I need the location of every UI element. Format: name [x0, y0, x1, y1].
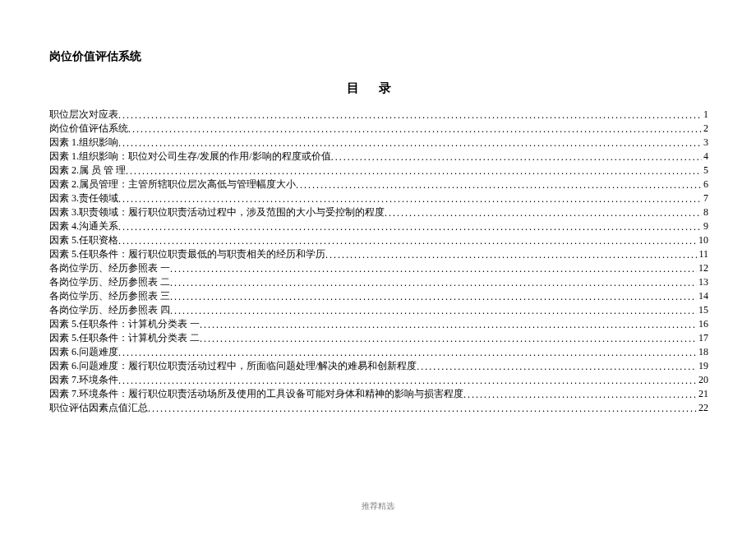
toc-entry-page: 14 [697, 289, 708, 303]
toc-row: 因素 5.任职条件：计算机分类表 一16 [49, 317, 708, 331]
toc-entry-page: 17 [697, 331, 708, 345]
toc-entry-label: 因素 2.属员管理：主管所辖职位层次高低与管理幅度大小 [49, 178, 296, 191]
toc-row: 因素 4.沟通关系9 [49, 219, 708, 233]
toc-entry-label: 因素 6.问题难度：履行职位职责活动过程中，所面临问题处理/解决的难易和创新程度 [49, 359, 417, 373]
toc-entry-page: 4 [702, 150, 708, 164]
toc-leader-dots [170, 290, 697, 304]
toc-entry-label: 因素 5.任职资格 [49, 233, 118, 247]
toc-row: 因素 2.属 员 管 理5 [49, 164, 708, 178]
toc-leader-dots [118, 108, 702, 122]
toc-entry-label: 各岗位学历、经历参照表 二 [49, 275, 170, 289]
toc-leader-dots [118, 374, 697, 388]
toc-leader-dots [118, 192, 702, 206]
toc-row: 因素 2.属员管理：主管所辖职位层次高低与管理幅度大小6 [49, 178, 708, 191]
toc-leader-dots [463, 388, 697, 402]
toc-entry-page: 1 [702, 108, 708, 122]
toc-leader-dots [118, 220, 702, 234]
toc-leader-dots [331, 150, 702, 164]
toc-leader-dots [200, 332, 697, 346]
toc-row: 因素 6.问题难度18 [49, 345, 708, 359]
toc-leader-dots [170, 262, 697, 276]
toc-entry-label: 因素 7.环境条件 [49, 373, 118, 387]
page-footer: 推荐精选 [0, 500, 756, 512]
toc-row: 因素 1.组织影响：职位对公司生存/发展的作用/影响的程度或价值4 [49, 150, 708, 164]
toc-entry-label: 职位层次对应表 [49, 108, 118, 122]
table-of-contents: 职位层次对应表1岗位价值评估系统2因素 1.组织影响3因素 1.组织影响：职位对… [49, 108, 708, 415]
toc-leader-dots [128, 122, 702, 136]
toc-entry-page: 15 [697, 303, 708, 317]
toc-entry-page: 12 [697, 261, 708, 275]
toc-entry-page: 8 [702, 205, 708, 219]
toc-heading: 目录 [49, 81, 708, 96]
toc-entry-page: 19 [697, 359, 708, 373]
toc-row: 因素 3.职责领域：履行职位职责活动过程中，涉及范围的大小与受控制的程度8 [49, 205, 708, 219]
toc-row: 因素 5.任职条件：履行职位职责最低的与职责相关的经历和学历11 [49, 247, 708, 261]
toc-entry-page: 18 [697, 345, 708, 359]
toc-entry-label: 职位评估因素点值汇总 [49, 401, 148, 415]
toc-entry-label: 因素 3.职责领域：履行职位职责活动过程中，涉及范围的大小与受控制的程度 [49, 205, 385, 219]
toc-entry-label: 因素 5.任职条件：计算机分类表 二 [49, 331, 200, 345]
toc-entry-label: 各岗位学历、经历参照表 三 [49, 289, 170, 303]
toc-entry-page: 13 [697, 275, 708, 289]
toc-entry-label: 因素 2.属 员 管 理 [49, 164, 126, 178]
toc-entry-label: 各岗位学历、经历参照表 四 [49, 303, 170, 317]
toc-entry-page: 9 [702, 219, 708, 233]
toc-entry-page: 7 [702, 191, 708, 205]
document-title: 岗位价值评估系统 [49, 49, 708, 64]
toc-entry-label: 因素 3.责任领域 [49, 191, 118, 205]
toc-row: 职位评估因素点值汇总22 [49, 401, 708, 415]
toc-leader-dots [126, 164, 702, 178]
toc-entry-page: 3 [702, 136, 708, 150]
toc-entry-page: 11 [697, 247, 708, 261]
toc-entry-label: 因素 6.问题难度 [49, 345, 118, 359]
toc-entry-page: 20 [697, 373, 708, 387]
toc-entry-page: 6 [702, 178, 708, 191]
toc-entry-label: 因素 5.任职条件：计算机分类表 一 [49, 317, 200, 331]
toc-leader-dots [325, 248, 697, 262]
toc-entry-label: 因素 1.组织影响 [49, 136, 118, 150]
toc-leader-dots [170, 304, 697, 318]
toc-leader-dots [118, 234, 697, 248]
toc-entry-label: 因素 7.环境条件：履行职位职责活动场所及使用的工具设备可能对身体和精神的影响与… [49, 387, 463, 401]
toc-entry-page: 2 [702, 122, 708, 136]
toc-leader-dots [170, 276, 697, 290]
toc-leader-dots [148, 402, 697, 416]
toc-row: 因素 5.任职资格10 [49, 233, 708, 247]
toc-row: 职位层次对应表1 [49, 108, 708, 122]
toc-entry-page: 5 [702, 164, 708, 178]
toc-row: 因素 5.任职条件：计算机分类表 二17 [49, 331, 708, 345]
toc-row: 因素 7.环境条件：履行职位职责活动场所及使用的工具设备可能对身体和精神的影响与… [49, 387, 708, 401]
toc-entry-page: 22 [697, 401, 708, 415]
toc-leader-dots [385, 206, 702, 220]
toc-row: 岗位价值评估系统2 [49, 122, 708, 136]
toc-row: 各岗位学历、经历参照表 四15 [49, 303, 708, 317]
toc-row: 因素 1.组织影响3 [49, 136, 708, 150]
toc-row: 各岗位学历、经历参照表 一12 [49, 261, 708, 275]
toc-leader-dots [296, 178, 702, 192]
toc-leader-dots [118, 346, 697, 360]
toc-leader-dots [118, 136, 702, 150]
toc-entry-label: 因素 5.任职条件：履行职位职责最低的与职责相关的经历和学历 [49, 247, 325, 261]
toc-entry-label: 因素 1.组织影响：职位对公司生存/发展的作用/影响的程度或价值 [49, 150, 331, 164]
toc-entry-label: 岗位价值评估系统 [49, 122, 128, 136]
toc-entry-page: 16 [697, 317, 708, 331]
toc-row: 各岗位学历、经历参照表 三14 [49, 289, 708, 303]
toc-entry-page: 10 [697, 233, 708, 247]
toc-row: 各岗位学历、经历参照表 二13 [49, 275, 708, 289]
toc-leader-dots [200, 318, 697, 332]
toc-leader-dots [417, 360, 697, 374]
toc-row: 因素 3.责任领域7 [49, 191, 708, 205]
toc-entry-page: 21 [697, 387, 708, 401]
toc-entry-label: 因素 4.沟通关系 [49, 219, 118, 233]
toc-row: 因素 6.问题难度：履行职位职责活动过程中，所面临问题处理/解决的难易和创新程度… [49, 359, 708, 373]
toc-entry-label: 各岗位学历、经历参照表 一 [49, 261, 170, 275]
toc-row: 因素 7.环境条件20 [49, 373, 708, 387]
